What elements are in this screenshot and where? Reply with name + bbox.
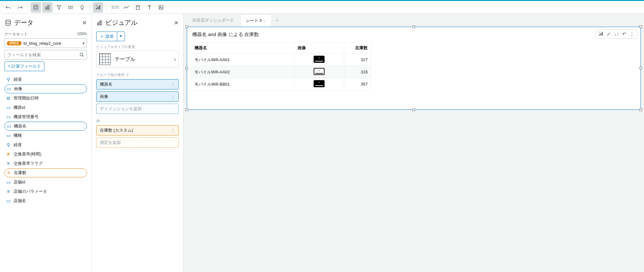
data-panel-toggle[interactable] [31,2,41,13]
close-visual-panel[interactable]: ✕ [174,19,179,26]
cell-stock: 357 [344,78,371,90]
resize-handle-ne[interactable] [639,25,642,28]
dataset-label-row: データセット 100% [5,32,87,37]
field-image[interactable]: ▭画像 [5,84,87,93]
field-label: 機種 [14,133,22,138]
visual-panel-header: ビジュアル ✕ [96,18,179,27]
redo-button[interactable] [15,2,25,13]
resize-handle-n[interactable] [412,25,415,28]
pill-label: 画像 [100,94,108,99]
field-latitude[interactable]: ⚲緯度 [5,75,87,84]
field-label: 店舗名 [14,198,26,204]
resize-handle-e[interactable] [639,67,642,70]
resize-handle-w[interactable] [185,67,188,70]
table-row[interactable]: モバイルWifi-AA02 ⌃ 316 [191,66,371,78]
parameters-button[interactable] [65,2,76,13]
resize-handle-sw[interactable] [185,108,188,111]
field-store-params[interactable]: =店舗のパラメータ [5,187,87,196]
field-label: 経度 [14,142,22,148]
add-dimension-well[interactable]: ディメンションを追加 [96,104,179,114]
field-store-name[interactable]: ▭店舗名 [5,196,87,205]
reset-icon[interactable]: ↶ [622,31,626,37]
dimension-pill-image[interactable]: 画像⋮ [96,91,179,102]
undo-button[interactable] [3,2,14,13]
autograph-icon[interactable] [598,31,603,37]
field-device-id[interactable]: ▭機器id [5,103,87,112]
add-measure-well[interactable]: 測定を追加 [96,137,179,148]
field-replace-flag[interactable]: =交換基準フラグ [5,159,87,168]
visual-panel-toggle[interactable] [42,2,52,13]
resize-handle-s[interactable] [412,108,415,111]
search-icon[interactable] [77,50,87,59]
col-image[interactable]: 画像 [294,42,344,54]
col-stock[interactable]: 在庫数 [344,42,371,54]
dataset-selector[interactable]: SPICE bi_blog_relay2_core ▾ [5,38,87,48]
svg-rect-14 [97,23,98,25]
pill-menu[interactable]: ⋮ [171,82,175,87]
add-calc-field-button[interactable]: + 計算フィールド [5,61,44,71]
field-label: 交換基準(時間) [14,151,42,157]
visual-type-selector[interactable]: テーブル › [96,51,179,68]
expand-icon[interactable]: ⤢ [607,31,611,37]
add-label: 追加: [111,5,120,10]
close-data-panel[interactable]: ✕ [82,19,87,26]
field-start-date[interactable]: ⧉管理開始日時 [5,94,87,103]
pill-menu[interactable]: ⋮ [171,94,175,99]
add-insight-button[interactable] [133,2,143,13]
wifi-device-icon: ⌃ [314,80,325,87]
dimension-pill-device-name[interactable]: 機器名⋮ [96,79,179,89]
sort-icon[interactable]: ↓↑ [614,31,619,37]
theme-button[interactable] [93,2,103,13]
resize-handle-se[interactable] [639,108,642,111]
visual-toolbar: ⤢ ↓↑ ↶ ⋮ [595,30,637,39]
col-device-name[interactable]: 機器名 [191,42,294,54]
string-icon: ▭ [6,114,11,119]
measure-pill-stock[interactable]: 在庫数 (カスタム)⋮ [96,125,179,136]
field-replace-hours[interactable]: #交換基準(時間) [5,150,87,159]
pill-label: 在庫数 (カスタム) [100,127,133,133]
table-icon [99,53,111,65]
table-row[interactable]: モバイルWifi-AA01 ⌃ 327 [191,54,371,66]
pill-menu[interactable]: ⋮ [171,128,175,133]
add-text-button[interactable] [144,2,155,13]
insights-button[interactable] [77,2,87,13]
main-area: データ ✕ データセット 100% SPICE bi_blog_relay2_c… [0,14,644,272]
add-line-button[interactable] [121,2,131,13]
add-visual-row: ＋ 追加 ▾ [96,32,179,41]
field-model[interactable]: ▭機種 [5,131,87,140]
add-visual-button[interactable]: ＋ 追加 [96,32,117,41]
add-image-button[interactable] [156,2,166,13]
visual-title[interactable]: 機器名 and 画像 による 在庫数 [187,27,640,42]
field-stock[interactable]: =在庫数 [5,168,87,177]
geo-icon: ⚲ [6,142,11,147]
add-tab-button[interactable]: ＋ [272,15,282,26]
table-row[interactable]: モバイルWifi-BB01 ⌃ 357 [191,78,371,90]
tab-sheet-3[interactable]: シート 3⌵ [240,14,272,27]
search-input[interactable] [5,50,77,59]
placeholder-text: 測定を追加 [100,140,121,145]
tab-shibuya-dashboard[interactable]: 渋谷店ダッシュボード [187,14,240,27]
cell-image: ⌃ [294,54,344,66]
chevron-down-icon: ⌵ [264,18,266,23]
svg-rect-7 [96,8,97,9]
cell-stock: 327 [344,54,371,66]
string-icon: ▭ [6,198,11,203]
top-toolbar: 追加: [0,1,644,14]
resize-handle-nw[interactable] [185,25,188,28]
field-store-id[interactable]: ▭店舗id [5,178,87,187]
filter-button[interactable] [54,2,64,13]
cell-device-name: モバイルWifi-AA02 [191,66,294,78]
svg-rect-6 [72,6,73,7]
placeholder-text: ディメンションを追加 [100,106,142,112]
svg-point-13 [80,53,83,56]
more-menu-icon[interactable]: ⋮ [630,31,634,37]
field-device-mgmt-no[interactable]: ▭機器管理番号 [5,112,87,121]
field-device-name[interactable]: ▭機器名 [5,122,87,131]
visual-frame[interactable]: ⤢ ↓↑ ↶ ⋮ 機器名 and 画像 による 在庫数 機器名 画像 在庫数 モ… [187,27,641,110]
tab-label: シート 3 [246,18,262,23]
canvas-area: 渋谷店ダッシュボード シート 3⌵ ＋ ⤢ ↓↑ ↶ ⋮ 機器名 and 画像 … [184,14,644,272]
field-longitude[interactable]: ⚲経度 [5,140,87,149]
add-visual-dropdown[interactable]: ▾ [117,32,125,41]
field-label: 交換基準フラグ [14,161,43,166]
svg-rect-2 [47,6,48,9]
